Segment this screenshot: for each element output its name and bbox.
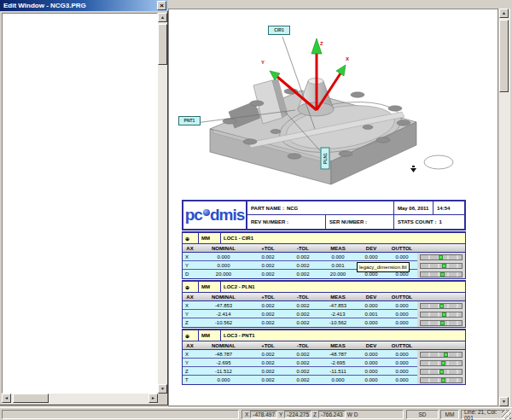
dimension-section[interactable]: ⊕ MM LOC1 - CIR1 AXNOMINAL+TOL-TOLMEASDE…	[182, 231, 466, 279]
feature-label-cir1[interactable]: CIR1	[268, 26, 290, 35]
meas-cell: -47.853	[320, 303, 356, 308]
edit-window-titlebar[interactable]: Edit Window - NCG3.PRG ×	[0, 0, 168, 11]
deviation-bar-cell	[417, 310, 465, 318]
units-value: MM	[201, 236, 210, 241]
column-header: NOMINAL	[197, 295, 250, 300]
column-header: NOMINAL	[197, 343, 250, 348]
coordinate-panel: X -478.497 Y -224.275 Z -766.243 W D	[241, 410, 404, 419]
resize-grip[interactable]	[502, 410, 511, 419]
meas-cell: 20.000	[320, 271, 356, 277]
nominal-cell: 0.000	[197, 377, 250, 382]
dimension-title-cell: LOC2 - PLN1	[221, 282, 465, 292]
editor-vscrollbar[interactable]: ▲ ▼	[158, 13, 167, 394]
code-line: THEO/<-47.853,-2.414,-10.562>,<-0.6	[3, 231, 157, 236]
dimension-icon: ⊕	[185, 333, 189, 339]
plus-tol-cell: 0.002	[250, 352, 286, 357]
report-date: May 06, 2011	[398, 206, 428, 211]
y-axis-label: Y	[261, 60, 265, 65]
main-scrollbar[interactable]: ▲ ▼	[499, 9, 510, 406]
column-header: +TOL	[250, 295, 286, 300]
column-header-row: AXNOMINAL+TOL-TOLMEASDEVOUTTOL	[183, 341, 465, 350]
outtol-cell: 0.000	[387, 312, 417, 317]
deviation-marker	[442, 264, 446, 268]
y-coord-value: -224.275	[284, 411, 311, 418]
plus-tol-cell: 0.002	[250, 303, 286, 308]
x-coord-value: -478.497	[250, 411, 277, 418]
nominal-cell: -11.512	[197, 369, 250, 374]
axis-row[interactable]: X -47.853 0.002 0.002 -47.853 0.000 0.00…	[183, 301, 465, 310]
dev-cell: 0.000	[356, 303, 387, 308]
axis-row[interactable]: X 0.000 0.002 0.002 0.000 0.000 0.000	[183, 253, 465, 261]
dimension-icon: ⊕	[185, 236, 189, 242]
z-coord-label: Z	[313, 411, 317, 417]
axis-cell: Z	[183, 320, 197, 325]
plus-tol-cell: 0.002	[250, 377, 286, 382]
ser-number-cell: SER NUMBER :	[326, 215, 394, 229]
deviation-bar-track	[420, 352, 463, 358]
editor-hscroll-thumb[interactable]	[13, 394, 49, 403]
scroll-right-arrow-icon[interactable]: ►	[148, 394, 158, 403]
dimension-band: ⊕ MM LOC3 - PNT1	[183, 330, 465, 341]
deviation-bar-cell	[417, 301, 465, 310]
axis-row[interactable]: Y -2.695 0.002 0.002 -2.695 0.000 0.000	[183, 359, 465, 367]
rev-number-label: REV NUMBER :	[251, 219, 288, 225]
deviation-marker	[441, 361, 445, 365]
close-icon[interactable]: ×	[157, 1, 166, 10]
rev-number-cell: REV NUMBER :	[247, 215, 326, 229]
outtol-cell: 0.000	[387, 352, 417, 357]
stats-count-cell: STATS COUNT : 1	[394, 215, 464, 229]
stats-count-label: STATS COUNT :	[398, 219, 436, 225]
sd-panel: SD	[406, 410, 439, 419]
dimension-section[interactable]: ⊕ MM LOC2 - PLN1 AXNOMINAL+TOL-TOLMEASDE…	[182, 280, 466, 328]
editor-hscrollbar[interactable]: ◄ ►	[2, 394, 158, 404]
scroll-down-arrow-icon[interactable]: ▼	[499, 397, 509, 406]
deviation-bar-cell	[417, 261, 465, 270]
axis-row[interactable]: Z -10.562 0.002 0.002 -10.562 0.000 0.00…	[183, 318, 465, 327]
column-header: -TOL	[286, 343, 320, 348]
meas-cell: -10.562	[320, 320, 356, 325]
dimension-band: ⊕ MM LOC1 - CIR1	[183, 233, 465, 243]
dimension-section[interactable]: ⊕ MM LOC3 - PNT1 AXNOMINAL+TOL-TOLMEASDE…	[182, 329, 466, 385]
dev-cell: 0.000	[356, 377, 387, 382]
main-scrollbar-thumb[interactable]	[499, 20, 509, 92]
scroll-down-arrow-icon[interactable]: ▼	[158, 384, 167, 394]
deviation-marker	[439, 255, 443, 260]
axis-row[interactable]: Y -2.414 0.002 0.002 -2.413 0.001 0.000	[183, 310, 465, 318]
minus-tol-cell: 0.002	[286, 271, 320, 277]
scroll-left-arrow-icon[interactable]: ◄	[2, 394, 11, 403]
scroll-up-arrow-icon[interactable]: ▲	[158, 13, 167, 22]
deviation-bar-track	[420, 303, 463, 309]
minus-tol-cell: 0.002	[286, 369, 320, 374]
feature-label-pnt1[interactable]: PNT1	[178, 116, 201, 125]
axis-row[interactable]: T 0.000 0.002 0.002 0.000 0.000 0.000	[183, 376, 465, 384]
deviation-bar-track	[420, 360, 463, 366]
scroll-up-arrow-icon[interactable]: ▲	[499, 9, 509, 18]
code-line: MOVE/ROTAB,60,SHORTEST,-45,SHORTEST,	[3, 215, 157, 220]
axis-row[interactable]: X -48.787 0.002 0.002 -48.787 0.000 0.00…	[183, 350, 465, 359]
nominal-cell: -2.414	[197, 312, 250, 317]
dimension-title: LOC3 - PNT1	[224, 333, 255, 338]
deviation-bar-track	[420, 369, 463, 375]
axis-row[interactable]: D 20.000 0.002 0.002 20.000 0.000 0.000	[183, 270, 465, 278]
column-header: MEAS	[320, 246, 356, 251]
axis-row[interactable]: Y 0.000 0.002 0.002 0.001 0.000 0.000	[183, 261, 465, 270]
dev-cell: 0.001	[356, 312, 387, 317]
date-cell: May 06, 2011	[394, 201, 433, 215]
axis-cell: D	[183, 271, 197, 277]
deviation-bar-track	[420, 263, 463, 269]
outtol-cell: 0.000	[387, 254, 417, 260]
column-header: DEV	[356, 343, 387, 348]
line-col-indicator: Line: 21, Col: 001	[464, 409, 505, 420]
part-name-label: PART NAME :	[251, 206, 284, 211]
column-header: -TOL	[286, 295, 320, 300]
code-line: CNC/USEWORKOFFSET,G55,NO,STARTUP,<-	[3, 79, 157, 85]
editor-vscroll-thumb[interactable]	[158, 24, 167, 65]
code-editor[interactable]: PART NAME : NCG REV NUMBER : SER NUMBER …	[2, 13, 158, 394]
dimension-title: LOC2 - PLN1	[224, 284, 255, 289]
code-line: CNC/USEWORKOFFSET,G54,NO,STARTUP,<3	[3, 204, 157, 209]
feature-label-pln1[interactable]: PLN1	[321, 148, 330, 170]
dev-cell: 0.000	[356, 369, 387, 374]
plus-tol-cell: 0.002	[250, 312, 286, 317]
code-line: ANGLE VEC=<0.500011,-0.0660191,0>,SH	[3, 248, 157, 253]
axis-row[interactable]: Z -11.512 0.002 0.002 -11.511 0.000 0.00…	[183, 367, 465, 376]
